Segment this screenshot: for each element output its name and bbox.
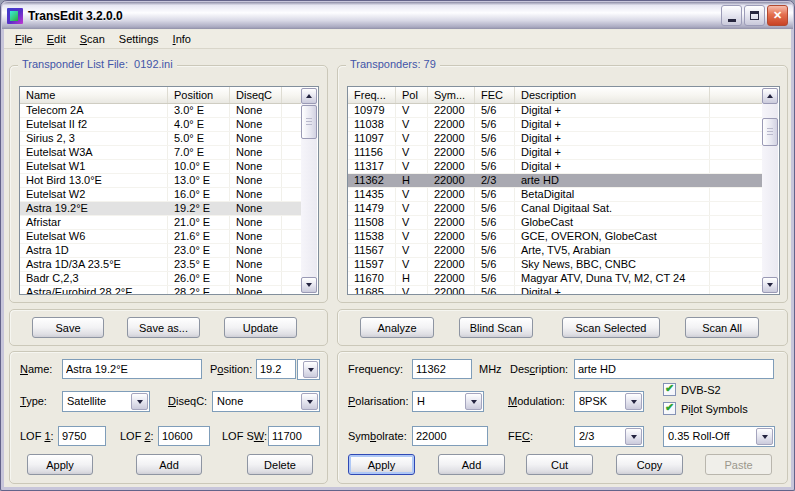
scroll-up-button[interactable] [301, 88, 317, 104]
table-row[interactable]: Afristar21.0° ENone [20, 216, 303, 230]
dropdown-button[interactable] [465, 393, 482, 410]
diseqc-select[interactable]: None [212, 391, 320, 412]
cell-freq: 11156 [348, 146, 396, 159]
delete-satellite-button[interactable]: Delete [247, 454, 313, 475]
table-row[interactable]: 11156V220005/6Digital + [348, 146, 764, 160]
table-row[interactable]: Astra 1D23.0° ENone [20, 244, 303, 258]
cell-filler [282, 132, 303, 145]
table-row[interactable]: 10979V220005/6Digital + [348, 104, 764, 118]
position-field[interactable] [256, 359, 296, 379]
cell-pol: V [396, 132, 428, 145]
dropdown-button[interactable] [303, 361, 318, 378]
polarisation-select[interactable]: H [412, 391, 484, 412]
menu-info[interactable]: Info [166, 31, 198, 47]
save-as-button[interactable]: Save as... [127, 317, 200, 338]
add-satellite-button[interactable]: Add [136, 454, 202, 475]
description-field[interactable] [574, 359, 774, 379]
table-row[interactable]: 11538V220005/6GCE, OVERON, GlobeCast [348, 230, 764, 244]
dropdown-button[interactable] [756, 428, 773, 445]
satellite-list-scrollbar[interactable] [301, 88, 317, 293]
name-field[interactable] [62, 359, 202, 379]
position-direction-select[interactable]: E [297, 359, 320, 380]
dvb-s2-checkbox[interactable]: DVB-S2 [663, 383, 721, 396]
menu-settings[interactable]: Settings [112, 31, 166, 47]
lof1-field[interactable] [58, 426, 106, 446]
scroll-down-button[interactable] [301, 277, 317, 293]
lof2-field[interactable] [158, 426, 210, 446]
scroll-down-button[interactable] [762, 277, 778, 293]
table-row[interactable]: Badr C,2,326.0° ENone [20, 272, 303, 286]
add-transponder-button[interactable]: Add [438, 454, 505, 475]
maximize-button[interactable] [744, 5, 765, 26]
scroll-up-button[interactable] [762, 88, 778, 104]
dropdown-button[interactable] [625, 428, 642, 445]
table-row[interactable]: 11567V220005/6Arte, TV5, Arabian [348, 244, 764, 258]
table-row[interactable]: Eutelsat W110.0° ENone [20, 160, 303, 174]
transponder-list-scrollbar[interactable] [762, 88, 778, 293]
cell-freq: 11479 [348, 202, 396, 215]
blind-scan-button[interactable]: Blind Scan [459, 317, 533, 338]
minimize-button[interactable] [721, 5, 742, 26]
menu-edit[interactable]: Edit [40, 31, 73, 47]
scrollbar-thumb[interactable] [762, 118, 778, 146]
apply-satellite-button[interactable]: Apply [27, 454, 93, 475]
cell-diseqc: None [230, 244, 282, 257]
analyze-button[interactable]: Analyze [360, 317, 434, 338]
table-row[interactable]: Sirius 2, 35.0° ENone [20, 132, 303, 146]
column-header-sym[interactable]: Sym... [428, 87, 475, 103]
update-button[interactable]: Update [224, 317, 297, 338]
table-row[interactable]: Astra 1D/3A 23.5°E23.5° ENone [20, 258, 303, 272]
table-row[interactable]: 11479V220005/6Canal Digitaal Sat. [348, 202, 764, 216]
table-row[interactable]: 11097V220005/6Digital + [348, 132, 764, 146]
copy-transponder-button[interactable]: Copy [616, 454, 683, 475]
dropdown-button[interactable] [131, 393, 148, 410]
symbolrate-field[interactable] [412, 426, 488, 446]
menu-scan[interactable]: Scan [73, 31, 112, 47]
cell-position: 28.2° E [168, 286, 230, 295]
column-header-name[interactable]: Name [20, 87, 168, 103]
table-row[interactable]: Astra 19.2°E19.2° ENone [20, 202, 303, 216]
table-row[interactable]: 11670H220005/6Magyar ATV, Duna TV, M2, C… [348, 272, 764, 286]
table-row[interactable]: 11435V220005/6BetaDigital [348, 188, 764, 202]
table-row[interactable]: 11597V220005/6Sky News, BBC, CNBC [348, 258, 764, 272]
table-row[interactable]: Eutelsat W3A7.0° ENone [20, 146, 303, 160]
cut-transponder-button[interactable]: Cut [526, 454, 593, 475]
table-row[interactable]: Hot Bird 13.0°E13.0° ENone [20, 174, 303, 188]
table-row[interactable]: 11685V220005/6Digital + [348, 286, 764, 295]
rolloff-select[interactable]: 0.35 Roll-Off [663, 426, 775, 447]
dropdown-button[interactable] [625, 393, 642, 410]
table-row[interactable]: 11317V220005/6Digital + [348, 160, 764, 174]
table-row[interactable]: 11508V220005/6GlobeCast [348, 216, 764, 230]
column-header-fec[interactable]: FEC [475, 87, 515, 103]
menu-file[interactable]: File [8, 31, 40, 47]
table-row[interactable]: 11038V220005/6Digital + [348, 118, 764, 132]
save-button[interactable]: Save [32, 317, 104, 338]
table-row[interactable]: Astra/Eurobird 28.2°E28.2° ENone [20, 286, 303, 295]
column-header-position[interactable]: Position [168, 87, 230, 103]
table-row[interactable]: Eutelsat W216.0° ENone [20, 188, 303, 202]
scan-all-button[interactable]: Scan All [685, 317, 759, 338]
table-row[interactable]: 11362H220002/3arte HD [348, 174, 764, 188]
apply-transponder-button[interactable]: Apply [348, 454, 415, 475]
scrollbar-thumb[interactable] [301, 105, 317, 139]
modulation-select[interactable]: 8PSK [574, 391, 644, 412]
dropdown-button[interactable] [301, 393, 318, 410]
column-header-freq[interactable]: Freq... [348, 87, 396, 103]
fec-select[interactable]: 2/3 [574, 426, 644, 447]
close-button[interactable]: ✕ [767, 5, 788, 26]
column-header-description[interactable]: Description [515, 87, 710, 103]
lofsw-field[interactable] [268, 426, 320, 446]
cell-fec: 5/6 [475, 104, 515, 117]
table-row[interactable]: Eutelsat W621.6° ENone [20, 230, 303, 244]
scan-selected-button[interactable]: Scan Selected [562, 317, 660, 338]
column-header-pol[interactable]: Pol [396, 87, 428, 103]
cell-pol: V [396, 216, 428, 229]
frequency-field[interactable] [412, 359, 472, 379]
table-row[interactable]: Eutelsat II f24.0° ENone [20, 118, 303, 132]
pilot-symbols-checkbox[interactable]: Pilot Symbols [663, 402, 748, 415]
table-row[interactable]: Telecom 2A3.0° ENone [20, 104, 303, 118]
type-select[interactable]: Satellite [62, 391, 150, 412]
column-header-diseqc[interactable]: DiseqC [230, 87, 282, 103]
cell-fec: 5/6 [475, 244, 515, 257]
app-icon[interactable] [7, 8, 23, 24]
